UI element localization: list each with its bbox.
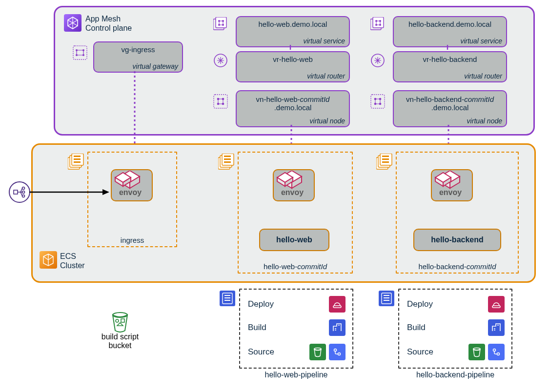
svg-rect-79 [384, 300, 389, 301]
stage-build-label-b: Build [407, 323, 426, 333]
task-stack-icon-web [218, 154, 235, 170]
svg-point-59 [22, 191, 25, 194]
s3-source-icon [468, 344, 485, 360]
hello-web-container: hello-web [259, 229, 329, 251]
svg-text:envoy: envoy [439, 188, 462, 196]
svg-point-82 [493, 349, 496, 352]
codecommit-icon [329, 344, 346, 360]
svg-point-64 [116, 319, 119, 322]
codebuild-icon [329, 319, 346, 336]
svg-point-72 [314, 348, 321, 351]
codecommit-icon [488, 344, 505, 360]
svg-rect-77 [384, 295, 389, 296]
web-pipeline-name: hello-web-pipeline [240, 371, 352, 379]
codebuild-icon [488, 319, 505, 336]
s3-source-icon [309, 344, 326, 360]
svg-point-83 [497, 353, 500, 355]
ingress-label: ingress [88, 236, 176, 244]
codepipeline-icon-backend [379, 291, 394, 306]
svg-rect-45 [224, 156, 231, 157]
hello-backend-container: hello-backend [413, 229, 501, 251]
codedeploy-icon [488, 296, 505, 313]
svg-rect-52 [382, 158, 389, 160]
svg-rect-53 [382, 161, 389, 163]
build-script-bucket: build script bucket [91, 311, 149, 350]
svg-point-74 [338, 353, 341, 355]
svg-rect-70 [224, 300, 230, 301]
svg-rect-39 [74, 156, 81, 157]
bucket-label-line1: build script [91, 333, 149, 341]
envoy-icon-ingress: envoy [111, 171, 149, 197]
stage-deploy-label-b: Deploy [407, 299, 433, 309]
svg-point-60 [22, 195, 25, 197]
svg-rect-46 [224, 158, 231, 160]
svg-rect-65 [121, 319, 124, 322]
codedeploy-icon [329, 296, 346, 313]
svg-rect-40 [74, 158, 81, 160]
stage-source-label-b: Source [407, 347, 433, 357]
svg-rect-41 [74, 161, 81, 163]
stage-deploy-label: Deploy [248, 299, 274, 309]
svg-rect-78 [384, 297, 389, 298]
hello-web-pipeline: Deploy Build Source hello-web-pipeline [239, 289, 353, 369]
web-task-label: hello-web-commitId [239, 262, 352, 271]
elastic-load-balancer-icon [9, 181, 30, 203]
task-stack-icon-ingress [68, 154, 84, 170]
svg-rect-51 [382, 156, 389, 157]
svg-rect-68 [224, 295, 230, 296]
backend-pipeline-name: hello-backend-pipeline [399, 371, 511, 379]
svg-rect-57 [14, 190, 18, 194]
envoy-icon-backend: envoy [431, 171, 469, 197]
stage-source-label: Source [248, 347, 274, 357]
codepipeline-icon-web [220, 291, 235, 306]
elb-to-envoy-arrow [29, 187, 111, 197]
svg-rect-80 [492, 306, 500, 308]
envoy-icon-web: envoy [273, 171, 311, 197]
stage-build-label: Build [248, 323, 266, 333]
svg-point-73 [334, 349, 337, 352]
ecs-icon [40, 251, 57, 269]
svg-text:envoy: envoy [119, 188, 142, 196]
backend-task-label: hello-backend-commitId [397, 262, 518, 271]
hello-backend-pipeline: Deploy Build Source hello-backend-pipeli… [398, 289, 512, 369]
ecs-title-line1: ECS [60, 252, 76, 260]
svg-rect-47 [224, 161, 231, 163]
svg-rect-71 [333, 306, 341, 308]
task-stack-icon-backend [376, 154, 393, 170]
svg-rect-69 [224, 297, 230, 298]
ecs-plane-title: ECS Cluster [60, 252, 85, 270]
ecs-title-line2: Cluster [60, 261, 85, 270]
svg-marker-62 [102, 189, 109, 195]
svg-point-58 [22, 187, 25, 190]
ecs-cluster-plane: ECS Cluster ingress hello-web-commitId h… [31, 143, 536, 283]
bucket-label-line2: bucket [91, 341, 149, 350]
svg-text:envoy: envoy [281, 188, 304, 196]
svg-point-81 [473, 348, 480, 351]
